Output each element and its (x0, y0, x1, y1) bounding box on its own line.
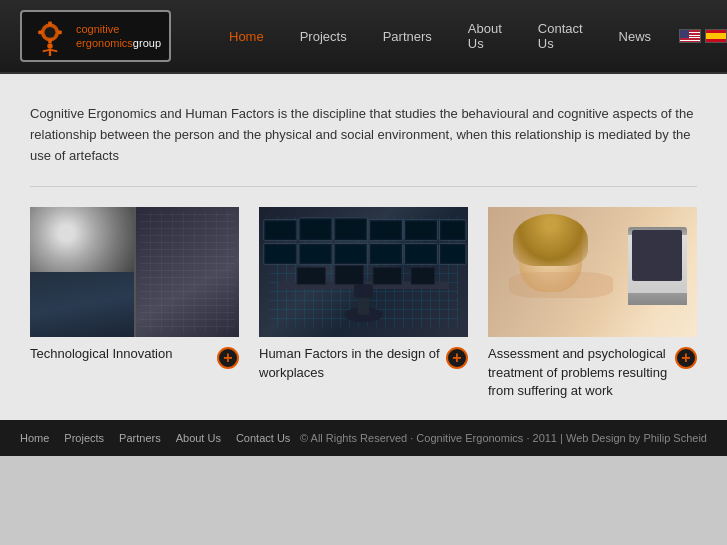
svg-rect-15 (336, 220, 365, 239)
card-plus-tech[interactable]: + (217, 347, 239, 369)
card-label-text-human: Human Factors in the design of workplace… (259, 345, 440, 381)
footer-link-partners[interactable]: Partners (119, 432, 161, 444)
nav-home[interactable]: Home (211, 0, 282, 73)
svg-rect-35 (297, 268, 326, 285)
svg-rect-36 (335, 266, 364, 285)
logo-line2: ergonomicsgroup (76, 36, 161, 50)
svg-rect-21 (441, 222, 464, 239)
svg-rect-29 (371, 246, 400, 263)
nav-projects[interactable]: Projects (282, 0, 365, 73)
img-cockpit-half (136, 207, 240, 337)
svg-rect-19 (406, 222, 435, 239)
svg-rect-41 (354, 285, 373, 298)
logo-line1: cognitive (76, 22, 161, 36)
monitor-array (259, 207, 468, 337)
card-label-text-tech: Technological Innovation (30, 345, 211, 363)
worker-arm (509, 272, 614, 298)
svg-rect-13 (301, 220, 330, 239)
flag-es[interactable] (705, 29, 727, 43)
card-label-human: Human Factors in the design of workplace… (259, 345, 468, 381)
svg-point-6 (47, 43, 52, 48)
svg-rect-25 (301, 246, 330, 263)
worker-hair (513, 214, 588, 266)
card-label-tech: Technological Innovation + (30, 345, 239, 369)
svg-rect-33 (441, 246, 464, 263)
svg-rect-17 (371, 222, 400, 239)
footer-link-home[interactable]: Home (20, 432, 49, 444)
card-image-tech (30, 207, 239, 337)
header: cognitive ergonomicsgroup Home Projects … (0, 0, 727, 74)
svg-rect-2 (48, 21, 52, 26)
svg-rect-31 (406, 246, 435, 263)
card-label-text-assessment: Assessment and psychological treatment o… (488, 345, 669, 400)
monitor-screen (632, 230, 682, 281)
footer-link-about[interactable]: About Us (176, 432, 221, 444)
logo-text: cognitive ergonomicsgroup (76, 22, 161, 51)
cockpit-overlay (140, 211, 236, 333)
nav-partners[interactable]: Partners (365, 0, 450, 73)
nav-contact[interactable]: Contact Us (520, 0, 601, 73)
main-content: Cognitive Ergonomics and Human Factors i… (0, 74, 727, 420)
svg-rect-3 (48, 39, 52, 44)
cards-container: Technological Innovation + (30, 207, 697, 400)
svg-rect-5 (57, 31, 62, 35)
card-label-assessment: Assessment and psychological treatment o… (488, 345, 697, 400)
img-control-room (259, 207, 468, 337)
card-plus-human[interactable]: + (446, 347, 468, 369)
nav-about[interactable]: About Us (450, 0, 520, 73)
logo-icon (30, 16, 70, 56)
worker-monitor (628, 227, 687, 305)
svg-rect-11 (266, 222, 295, 239)
card-image-worker (488, 207, 697, 337)
intro-paragraph: Cognitive Ergonomics and Human Factors i… (30, 94, 697, 187)
img-top-micro (30, 207, 134, 272)
svg-rect-27 (336, 246, 365, 263)
flag-us[interactable] (679, 29, 701, 43)
img-microscope-half (30, 207, 134, 337)
card-plus-assessment[interactable]: + (675, 347, 697, 369)
img-bottom-tablet (30, 272, 134, 337)
footer: Home Projects Partners About Us Contact … (0, 420, 727, 456)
svg-rect-4 (38, 31, 43, 35)
svg-rect-38 (411, 268, 435, 285)
footer-nav: Home Projects Partners About Us Contact … (20, 432, 290, 444)
footer-link-contact[interactable]: Contact Us (236, 432, 290, 444)
svg-point-1 (45, 27, 56, 38)
svg-rect-23 (266, 246, 295, 263)
card-image-control (259, 207, 468, 337)
card-assessment: Assessment and psychological treatment o… (488, 207, 697, 400)
img-cockpit (136, 207, 240, 337)
logo-area: cognitive ergonomicsgroup (20, 10, 171, 62)
language-flags (679, 29, 727, 43)
card-tech-innovation: Technological Innovation + (30, 207, 239, 369)
img-worker-bg (488, 207, 697, 337)
monitor-svg (259, 207, 468, 337)
svg-rect-37 (373, 268, 402, 285)
nav-news[interactable]: News (601, 0, 670, 73)
footer-copyright: © All Rights Reserved · Cognitive Ergono… (300, 432, 707, 444)
footer-link-projects[interactable]: Projects (64, 432, 104, 444)
main-nav: Home Projects Partners About Us Contact … (211, 0, 669, 73)
logo-box: cognitive ergonomicsgroup (20, 10, 171, 62)
card-human-factors: Human Factors in the design of workplace… (259, 207, 468, 381)
